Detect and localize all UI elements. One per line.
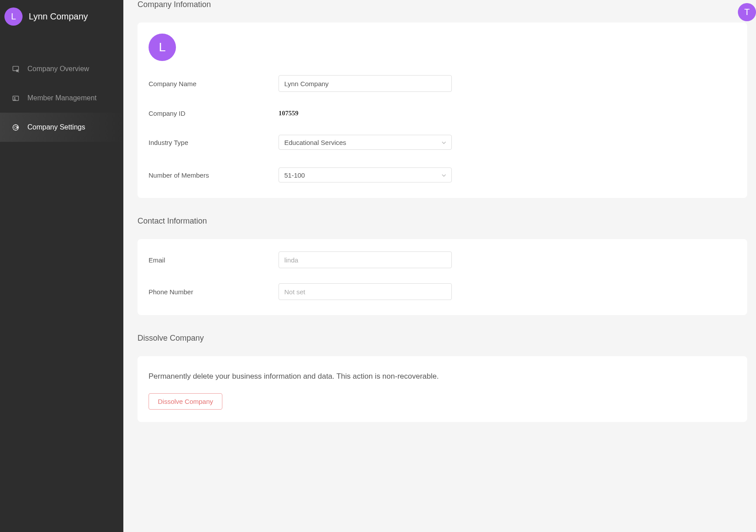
members-row: Number of Members 51-100	[149, 167, 736, 182]
dissolve-card: Permanently delete your business informa…	[137, 356, 747, 422]
industry-type-label: Industry Type	[149, 139, 279, 146]
sidebar-company-name: Lynn Company	[29, 11, 88, 22]
phone-label: Phone Number	[149, 288, 279, 296]
dissolve-title: Dissolve Company	[137, 334, 747, 343]
sidebar-item-label: Company Settings	[27, 123, 85, 131]
user-avatar-letter: T	[744, 7, 749, 17]
company-id-row: Company ID 107559	[149, 110, 736, 117]
chevron-down-icon	[442, 173, 446, 178]
svg-point-6	[15, 126, 16, 128]
email-input[interactable]	[279, 251, 452, 268]
sidebar-item-company-settings[interactable]: Company Settings	[0, 113, 123, 142]
company-logo-letter: L	[11, 11, 16, 22]
sidebar-header: L Lynn Company	[0, 8, 123, 34]
industry-type-row: Industry Type Educational Services	[149, 135, 736, 150]
phone-input[interactable]	[279, 283, 452, 300]
email-row: Email	[149, 251, 736, 268]
members-label: Number of Members	[149, 171, 279, 179]
sidebar-nav: Company Overview Member Management	[0, 54, 123, 142]
company-logo-large: L	[149, 34, 176, 61]
svg-point-4	[14, 97, 15, 99]
sidebar-item-member-management[interactable]: Member Management	[0, 84, 123, 113]
company-info-title: Company Infomation	[137, 0, 747, 9]
svg-point-1	[16, 69, 19, 72]
contact-info-card: Email Phone Number	[137, 239, 747, 315]
members-value: 51-100	[284, 171, 305, 179]
phone-row: Phone Number	[149, 283, 736, 300]
gear-icon	[11, 123, 19, 131]
company-id-label: Company ID	[149, 110, 279, 117]
dissolve-description: Permanently delete your business informa…	[149, 372, 736, 381]
company-logo-large-letter: L	[159, 40, 166, 54]
email-label: Email	[149, 256, 279, 264]
sidebar-item-company-overview[interactable]: Company Overview	[0, 54, 123, 84]
main-content: T Company Infomation L Company Name Comp…	[123, 0, 756, 532]
members-select[interactable]: 51-100	[279, 167, 452, 182]
company-info-card: L Company Name Company ID 107559 Industr…	[137, 23, 747, 198]
company-name-input[interactable]	[279, 75, 452, 92]
members-icon	[11, 94, 19, 102]
industry-type-select[interactable]: Educational Services	[279, 135, 452, 150]
industry-type-value: Educational Services	[284, 139, 346, 146]
company-id-value: 107559	[279, 110, 298, 117]
company-name-label: Company Name	[149, 80, 279, 87]
contact-info-title: Contact Information	[137, 217, 747, 226]
dissolve-button[interactable]: Dissolve Company	[149, 393, 222, 410]
sidebar-item-label: Company Overview	[27, 65, 89, 73]
company-name-row: Company Name	[149, 75, 736, 92]
sidebar: L Lynn Company Company Overview	[0, 0, 123, 532]
company-logo-small: L	[4, 8, 23, 26]
overview-icon	[11, 65, 19, 73]
sidebar-item-label: Member Management	[27, 94, 97, 102]
user-avatar[interactable]: T	[738, 3, 756, 21]
chevron-down-icon	[442, 140, 446, 145]
svg-line-2	[18, 72, 19, 72]
